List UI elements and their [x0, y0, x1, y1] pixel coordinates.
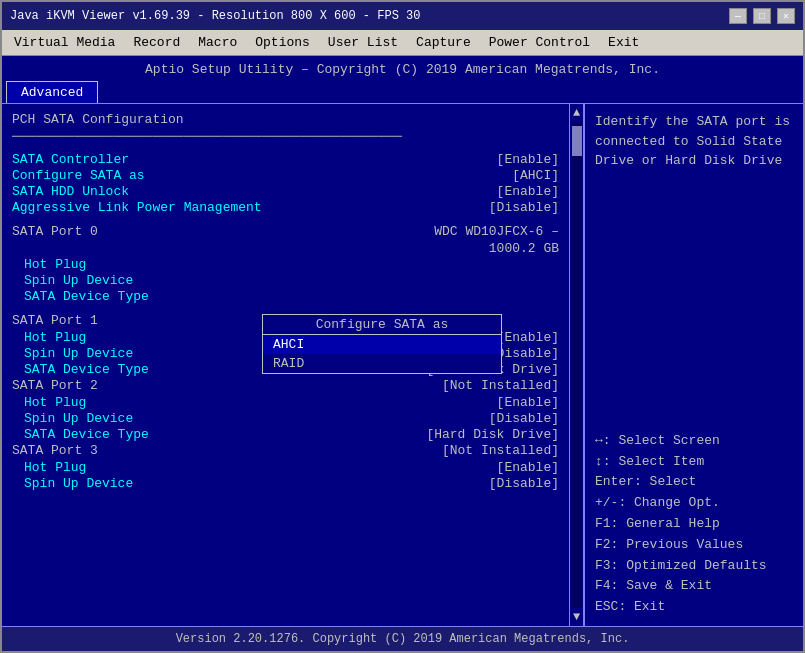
port3-hotplug-value: [Enable] [497, 460, 559, 475]
label-sata-hdd-unlock: SATA HDD Unlock [12, 184, 129, 199]
tab-advanced[interactable]: Advanced [6, 81, 98, 103]
scroll-down-arrow[interactable]: ▼ [571, 608, 582, 626]
port1-hotplug-value: [Enable] [497, 330, 559, 345]
port0-devtype-row: SATA Device Type [24, 289, 559, 304]
row-aggressive-link: Aggressive Link Power Management [Disabl… [12, 200, 559, 215]
scroll-thumb[interactable] [572, 126, 582, 156]
row-sata-port2: SATA Port 2 [Not Installed] [12, 378, 559, 394]
value-sata-controller: [Enable] [497, 152, 559, 167]
window-title: Java iKVM Viewer v1.69.39 - Resolution 8… [10, 9, 420, 23]
label-aggressive-link: Aggressive Link Power Management [12, 200, 262, 215]
port1-hotplug-label: Hot Plug [24, 330, 86, 345]
port2-devtype-row: SATA Device Type [Hard Disk Drive] [24, 427, 559, 442]
row-configure-sata[interactable]: Configure SATA as [AHCI] [12, 168, 559, 183]
dropdown-option-raid[interactable]: RAID [263, 354, 501, 373]
close-button[interactable]: ✕ [777, 8, 795, 24]
port0-size-value: 1000.2 GB [489, 241, 559, 256]
port2-devtype-label: SATA Device Type [24, 427, 149, 442]
key-esc: ESC: Exit [595, 597, 793, 618]
section-title: PCH SATA Configuration [12, 112, 559, 127]
port0-spinup-row: Spin Up Device [24, 273, 559, 288]
bios-right-keys: ↔: Select Screen ↕: Select Item Enter: S… [595, 431, 793, 618]
bios-footer: Version 2.20.1276. Copyright (C) 2019 Am… [2, 626, 803, 651]
menu-bar: Virtual Media Record Macro Options User … [2, 30, 803, 56]
menu-record[interactable]: Record [125, 33, 188, 52]
dropdown-overlay: Configure SATA as AHCI RAID [262, 314, 502, 374]
key-change-opt: +/-: Change Opt. [595, 493, 793, 514]
maximize-button[interactable]: □ [753, 8, 771, 24]
port2-title: SATA Port 2 [12, 378, 98, 393]
port2-spinup-row: Spin Up Device [Disable] [24, 411, 559, 426]
port2-title-value: [Not Installed] [442, 378, 559, 394]
port2-hotplug-value: [Enable] [497, 395, 559, 410]
key-f3: F3: Optimized Defaults [595, 556, 793, 577]
port3-title: SATA Port 3 [12, 443, 98, 458]
label-sata-controller: SATA Controller [12, 152, 129, 167]
scroll-up-arrow[interactable]: ▲ [571, 104, 582, 122]
bios-scrollbar: ▲ ▼ [569, 104, 583, 626]
row-sata-port0-size: 1000.2 GB [12, 241, 559, 256]
port3-spinup-label: Spin Up Device [24, 476, 133, 491]
value-configure-sata: [AHCI] [512, 168, 559, 183]
port1-spinup-label: Spin Up Device [24, 346, 133, 361]
bios-right: Identify the SATA port isconnected to So… [583, 104, 803, 626]
port2-spinup-value: [Disable] [489, 411, 559, 426]
key-select-item: ↕: Select Item [595, 452, 793, 473]
row-sata-port3: SATA Port 3 [Not Installed] [12, 443, 559, 459]
port3-spinup-value: [Disable] [489, 476, 559, 491]
center-with-scroll: PCH SATA Configuration ─────────────────… [2, 104, 583, 626]
key-enter: Enter: Select [595, 472, 793, 493]
port0-value: WDC WD10JFCX-6 – [434, 224, 559, 240]
section-divider: ────────────────────────────────────────… [12, 129, 559, 144]
key-f4: F4: Save & Exit [595, 576, 793, 597]
menu-options[interactable]: Options [247, 33, 318, 52]
bios-container: Aptio Setup Utility – Copyright (C) 2019… [2, 56, 803, 651]
help-text: Identify the SATA port isconnected to So… [595, 112, 793, 171]
port3-title-value: [Not Installed] [442, 443, 559, 459]
title-bar-controls: — □ ✕ [729, 8, 795, 24]
row-sata-hdd-unlock: SATA HDD Unlock [Enable] [12, 184, 559, 199]
menu-capture[interactable]: Capture [408, 33, 479, 52]
bios-right-help: Identify the SATA port isconnected to So… [595, 112, 793, 171]
port0-spinup-label: Spin Up Device [24, 273, 133, 288]
menu-exit[interactable]: Exit [600, 33, 647, 52]
row-sata-controller: SATA Controller [Enable] [12, 152, 559, 167]
port0-title: SATA Port 0 [12, 224, 98, 239]
minimize-button[interactable]: — [729, 8, 747, 24]
port1-devtype-label: SATA Device Type [24, 362, 149, 377]
scroll-track[interactable] [572, 122, 582, 608]
key-f1: F1: General Help [595, 514, 793, 535]
menu-user-list[interactable]: User List [320, 33, 406, 52]
menu-macro[interactable]: Macro [190, 33, 245, 52]
port3-spinup-row: Spin Up Device [Disable] [24, 476, 559, 491]
port2-devtype-value: [Hard Disk Drive] [426, 427, 559, 442]
port2-hotplug-label: Hot Plug [24, 395, 86, 410]
key-f2: F2: Previous Values [595, 535, 793, 556]
row-sata-port0: SATA Port 0 WDC WD10JFCX-6 – [12, 224, 559, 240]
key-select-screen: ↔: Select Screen [595, 431, 793, 452]
dropdown-title: Configure SATA as [263, 315, 501, 335]
label-configure-sata: Configure SATA as [12, 168, 145, 183]
port3-hotplug-label: Hot Plug [24, 460, 86, 475]
title-bar: Java iKVM Viewer v1.69.39 - Resolution 8… [2, 2, 803, 30]
value-aggressive-link: [Disable] [489, 200, 559, 215]
main-window: Java iKVM Viewer v1.69.39 - Resolution 8… [0, 0, 805, 653]
port3-hotplug-row: Hot Plug [Enable] [24, 460, 559, 475]
bios-header: Aptio Setup Utility – Copyright (C) 2019… [2, 56, 803, 81]
bios-main: PCH SATA Configuration ─────────────────… [2, 103, 803, 626]
port0-hotplug-label: Hot Plug [24, 257, 86, 272]
menu-power-control[interactable]: Power Control [481, 33, 598, 52]
dropdown-option-ahci[interactable]: AHCI [263, 335, 501, 354]
port2-spinup-label: Spin Up Device [24, 411, 133, 426]
menu-virtual-media[interactable]: Virtual Media [6, 33, 123, 52]
bios-tabs: Advanced [2, 81, 803, 103]
port1-title: SATA Port 1 [12, 313, 98, 328]
value-sata-hdd-unlock: [Enable] [497, 184, 559, 199]
port0-devtype-label: SATA Device Type [24, 289, 149, 304]
port2-hotplug-row: Hot Plug [Enable] [24, 395, 559, 410]
bios-left: PCH SATA Configuration ─────────────────… [2, 104, 569, 626]
port0-hotplug-row: Hot Plug [24, 257, 559, 272]
